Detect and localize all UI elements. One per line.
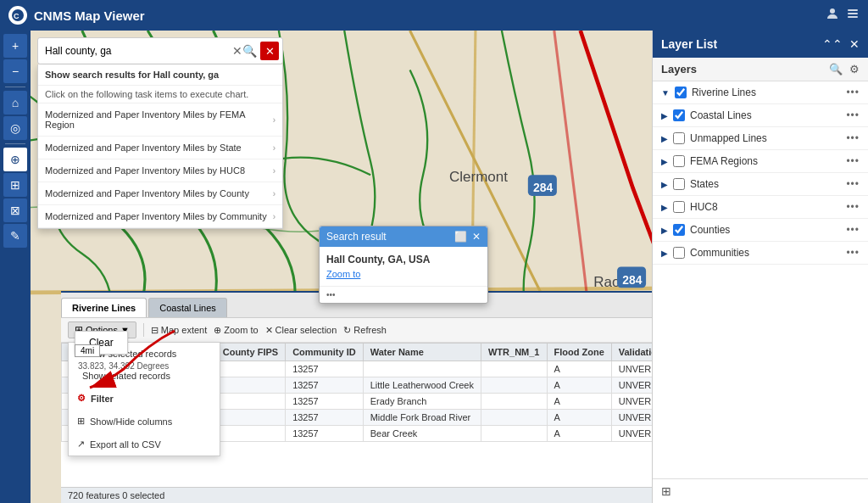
col-county-fips[interactable]: County FIPS [215, 344, 285, 361]
table-cell: 13257 [286, 394, 364, 410]
table-cell: 13257 [286, 361, 364, 377]
zoom-icon: ⊕ [214, 325, 221, 336]
layer-expand-icon-5[interactable]: ▶ [661, 203, 668, 212]
popup-close-icon[interactable]: ✕ [472, 231, 481, 243]
pan-btn[interactable]: ⊠ [3, 198, 27, 222]
layer-name-5: HUC8 [690, 201, 841, 213]
layer-expand-icon-0[interactable]: ▼ [661, 88, 670, 98]
layer-item-6: ▶Counties••• [653, 219, 868, 242]
layer-panel-icons: ⌃⌃ ✕ [822, 37, 860, 51]
zoom-out-btn[interactable]: − [3, 59, 27, 83]
measure-btn[interactable]: ⊞ [3, 173, 27, 197]
columns-icon: ⊞ [77, 416, 85, 427]
layer-more-btn-0[interactable]: ••• [846, 87, 860, 98]
home-btn[interactable]: ⌂ [3, 91, 27, 115]
select-btn[interactable]: ⊕ [3, 148, 27, 171]
table-cell [363, 361, 481, 377]
left-sidebar: + − ⌂ ◎ ⊕ ⊞ ⊠ ✎ [0, 31, 31, 503]
layer-more-btn-5[interactable]: ••• [846, 201, 860, 213]
table-cell [481, 377, 547, 394]
layer-name-7: Communities [690, 247, 841, 259]
popup-footer: ••• [320, 286, 487, 303]
svg-point-2 [830, 8, 835, 14]
popup-more-icon: ••• [326, 290, 336, 299]
search-item-4[interactable]: Modernized and Paper Inventory Miles by … [38, 205, 282, 228]
layer-more-btn-6[interactable]: ••• [846, 224, 860, 236]
search-input[interactable] [42, 45, 232, 57]
search-dropdown: Show search results for Hall county, ga … [37, 64, 283, 229]
layer-expand-icon-6[interactable]: ▶ [661, 226, 668, 235]
popup-zoom-link[interactable]: Zoom to [326, 269, 481, 279]
layer-more-btn-7[interactable]: ••• [846, 247, 860, 259]
layer-checkbox-2[interactable] [673, 132, 685, 144]
svg-text:C: C [14, 12, 19, 20]
popup-expand-icon[interactable]: ⬜ [454, 231, 467, 243]
layer-search-btn[interactable]: 🔍 [829, 63, 843, 75]
layer-more-btn-2[interactable]: ••• [846, 132, 860, 144]
svg-rect-3 [848, 9, 858, 11]
layer-expand-icon-4[interactable]: ▶ [661, 180, 668, 189]
search-item-2[interactable]: Modernized and Paper Inventory Miles by … [38, 159, 282, 182]
layer-name-6: Counties [690, 224, 841, 236]
table-cell: A [547, 361, 611, 377]
clear-selection-btn[interactable]: ✕ Clear selection [265, 325, 337, 336]
table-cell: A [547, 394, 611, 410]
locate-btn[interactable]: ◎ [3, 116, 27, 140]
search-overlay: ✕ 🔍 ✕ Show search results for Hall count… [37, 37, 283, 229]
layer-checkbox-5[interactable] [673, 201, 685, 213]
user-icon[interactable] [826, 7, 839, 24]
layer-more-btn-1[interactable]: ••• [846, 109, 860, 121]
chevron-right-icon: › [273, 189, 275, 198]
svg-rect-23 [528, 175, 557, 196]
draw-btn[interactable]: ✎ [3, 224, 27, 248]
search-submit-btn[interactable]: 🔍 [242, 44, 257, 58]
layer-panel-header: Layer List ⌃⌃ ✕ [653, 31, 868, 58]
refresh-btn[interactable]: ↻ Refresh [343, 325, 387, 336]
layers-icon[interactable] [846, 7, 860, 24]
col-community-id[interactable]: Community ID [286, 344, 364, 361]
sidebar-divider-1 [5, 87, 25, 87]
layer-more-btn-4[interactable]: ••• [846, 178, 860, 190]
search-item-1[interactable]: Modernized and Paper Inventory Miles by … [38, 137, 282, 159]
table-cell [215, 426, 285, 442]
layer-checkbox-1[interactable] [673, 109, 685, 121]
layer-name-4: States [690, 178, 841, 190]
zoom-in-btn[interactable]: + [3, 34, 27, 58]
search-clear-btn[interactable]: ✕ [232, 44, 242, 58]
layer-name-2: Unmapped Lines [690, 132, 841, 144]
layer-filter-btn[interactable]: ⚙ [849, 63, 860, 75]
table-cell: A [547, 377, 611, 394]
layer-checkbox-3[interactable] [673, 155, 685, 167]
search-hint-term: Hall county, ga [153, 70, 219, 80]
layer-more-btn-3[interactable]: ••• [846, 155, 860, 167]
layer-checkbox-7[interactable] [673, 247, 685, 259]
options-export-csv[interactable]: ↗ Export all to CSV [69, 433, 220, 455]
search-item-3[interactable]: Modernized and Paper Inventory Miles by … [38, 182, 282, 205]
attr-tab-coastal[interactable]: Coastal Lines [148, 298, 227, 317]
layer-item-0: ▼Riverine Lines••• [653, 81, 868, 104]
attr-tab-riverine[interactable]: Riverine Lines [61, 298, 147, 317]
layer-panel-collapse-btn[interactable]: ⌃⌃ [822, 37, 843, 51]
layer-expand-icon-3[interactable]: ▶ [661, 157, 668, 166]
chevron-right-icon: › [273, 115, 275, 125]
layer-checkbox-4[interactable] [673, 178, 685, 190]
search-item-0[interactable]: Modernized and Paper Inventory Miles by … [38, 103, 282, 137]
layer-expand-icon-7[interactable]: ▶ [661, 249, 668, 258]
layer-name-0: Riverine Lines [692, 87, 841, 98]
svg-text:284: 284 [622, 273, 642, 287]
layer-add-icon[interactable]: ⊞ [661, 484, 671, 498]
table-cell: A [547, 410, 611, 426]
search-close-btn[interactable]: ✕ [260, 42, 279, 60]
layer-checkbox-0[interactable] [675, 87, 687, 98]
table-cell [215, 394, 285, 410]
col-water-name[interactable]: Water Name [363, 344, 481, 361]
layer-expand-icon-2[interactable]: ▶ [661, 134, 668, 143]
layer-checkbox-6[interactable] [673, 224, 685, 236]
layer-panel-close-btn[interactable]: ✕ [849, 37, 860, 51]
zoom-to-btn[interactable]: ⊕ Zoom to [214, 325, 258, 336]
search-result-popup: Search result ⬜ ✕ Hall County, GA, USA Z… [319, 226, 488, 304]
layer-expand-icon-1[interactable]: ▶ [661, 111, 668, 120]
col-flood-zone[interactable]: Flood Zone [547, 344, 611, 361]
options-show-hide[interactable]: ⊞ Show/Hide columns [69, 410, 220, 433]
col-wtr-nm1[interactable]: WTR_NM_1 [481, 344, 547, 361]
